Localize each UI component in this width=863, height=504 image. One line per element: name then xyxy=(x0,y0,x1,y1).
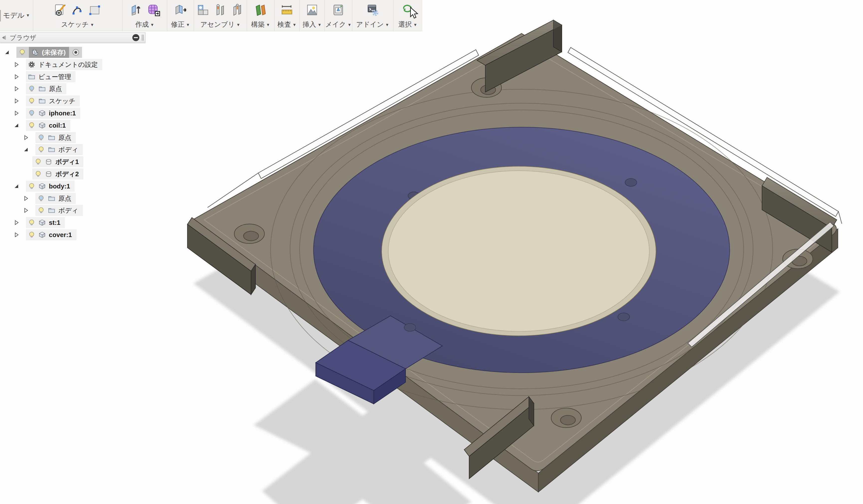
collapse-panel-bar xyxy=(5,36,6,40)
visibility-bulb-icon[interactable] xyxy=(37,195,45,202)
as-built-joint-icon[interactable] xyxy=(231,3,245,17)
visibility-bulb-icon[interactable] xyxy=(28,85,35,92)
folder-icon xyxy=(48,146,55,153)
assembly-menu[interactable]: アセンブリ▼ xyxy=(200,21,240,29)
tree-row[interactable]: 原点 xyxy=(0,193,76,204)
group-inspect: 検査▼ xyxy=(274,0,300,31)
3d-model xyxy=(0,0,863,504)
tree-row[interactable]: body:1 xyxy=(0,181,75,192)
component-icon xyxy=(38,231,46,239)
tree-row-root[interactable]: (未保存) xyxy=(0,47,82,58)
expand-toggle-icon[interactable] xyxy=(13,219,20,226)
visibility-bulb-icon[interactable] xyxy=(28,182,35,190)
form-icon[interactable] xyxy=(147,3,161,17)
expand-toggle-icon[interactable] xyxy=(4,49,10,55)
tree-row[interactable]: ボディ1 xyxy=(0,156,83,167)
measure-icon[interactable] xyxy=(280,3,294,17)
sketch-menu[interactable]: スケッチ▼ xyxy=(61,21,94,29)
expand-toggle-icon[interactable] xyxy=(23,135,29,141)
folder-icon xyxy=(48,207,55,214)
create-menu[interactable]: 作成▼ xyxy=(135,21,154,29)
visibility-bulb-icon[interactable] xyxy=(34,170,42,178)
visibility-bulb-icon[interactable] xyxy=(28,122,35,129)
expand-toggle-icon[interactable] xyxy=(23,147,29,153)
expand-toggle-icon[interactable] xyxy=(13,62,20,67)
rectangle-icon[interactable] xyxy=(88,3,102,17)
expand-toggle-icon[interactable] xyxy=(13,74,20,80)
construction-plane-icon[interactable] xyxy=(254,3,268,17)
inspect-menu[interactable]: 検査▼ xyxy=(277,21,296,29)
select-menu[interactable]: 選択▼ xyxy=(398,21,417,29)
body-icon xyxy=(45,158,52,165)
ground-icon[interactable] xyxy=(72,49,79,56)
browser-title: ブラウザ xyxy=(10,34,133,42)
expand-toggle-icon[interactable] xyxy=(13,122,20,128)
expand-toggle-icon[interactable] xyxy=(13,232,20,238)
group-sketch: スケッチ▼ xyxy=(33,0,122,31)
resize-grip-icon[interactable] xyxy=(142,35,143,41)
visibility-bulb-icon[interactable] xyxy=(18,49,26,56)
visibility-bulb-icon[interactable] xyxy=(28,97,35,105)
tree-row[interactable]: ドキュメントの設定 xyxy=(0,59,102,70)
create-sketch-icon[interactable] xyxy=(53,3,67,17)
extrude-icon[interactable] xyxy=(129,3,143,17)
new-component-icon[interactable] xyxy=(196,3,210,17)
scripts-addins-icon[interactable] xyxy=(366,3,380,17)
component-icon xyxy=(38,110,46,117)
visibility-bulb-icon[interactable] xyxy=(37,207,45,214)
component-icon xyxy=(38,182,46,190)
visibility-bulb-icon[interactable] xyxy=(28,231,35,239)
tree-row[interactable]: cover:1 xyxy=(0,229,76,240)
tree-row[interactable]: スケッチ xyxy=(0,96,80,106)
folder-icon xyxy=(28,73,35,80)
make-menu[interactable]: メイク▼ xyxy=(325,21,351,29)
3d-print-icon[interactable] xyxy=(331,3,345,17)
collapse-panel-icon[interactable] xyxy=(2,36,5,39)
tree-row[interactable]: 原点 xyxy=(0,132,76,143)
component-root-icon xyxy=(32,49,39,56)
expand-toggle-icon[interactable] xyxy=(13,98,20,104)
folder-icon xyxy=(48,134,55,141)
tree-row[interactable]: st:1 xyxy=(0,217,65,228)
gear-icon xyxy=(28,61,35,68)
tree-row[interactable]: 原点 xyxy=(0,83,66,94)
panel-edge xyxy=(0,10,1,22)
press-pull-icon[interactable] xyxy=(174,3,187,17)
tree-row[interactable]: ビュー管理 xyxy=(0,71,76,82)
addins-menu[interactable]: アドイン▼ xyxy=(356,21,389,29)
expand-toggle-icon[interactable] xyxy=(13,86,20,92)
insert-image-icon[interactable] xyxy=(305,3,319,17)
component-icon xyxy=(38,122,46,129)
visibility-bulb-icon[interactable] xyxy=(28,110,35,117)
visibility-bulb-icon[interactable] xyxy=(37,146,45,153)
spline-icon[interactable] xyxy=(71,3,85,17)
tree-row[interactable]: iphone:1 xyxy=(0,108,80,119)
folder-icon xyxy=(38,85,46,92)
tree-row[interactable]: ボディ xyxy=(0,205,83,216)
expand-toggle-icon[interactable] xyxy=(23,196,29,201)
workspace-menu[interactable]: モデル▼ xyxy=(0,0,33,31)
modify-menu[interactable]: 修正▼ xyxy=(171,21,190,29)
visibility-bulb-icon[interactable] xyxy=(28,219,35,226)
tree-row[interactable]: coil:1 xyxy=(0,120,70,131)
tree-row[interactable]: ボディ xyxy=(0,144,83,155)
screw-hole xyxy=(234,224,264,243)
chevron-down-icon: ▼ xyxy=(26,13,30,18)
expand-toggle-icon[interactable] xyxy=(13,110,20,116)
expand-toggle-icon[interactable] xyxy=(13,183,20,189)
expand-toggle-icon[interactable] xyxy=(23,207,29,213)
construct-menu[interactable]: 構築▼ xyxy=(251,21,270,29)
insert-menu[interactable]: 挿入▼ xyxy=(303,21,322,29)
viewport-canvas[interactable] xyxy=(0,0,863,504)
visibility-bulb-icon[interactable] xyxy=(34,158,42,165)
ribbon-toolbar: モデル▼ スケッチ▼ xyxy=(0,0,422,31)
display-mode-icon[interactable] xyxy=(133,34,139,41)
joint-icon[interactable] xyxy=(213,3,227,17)
group-assembly: アセンブリ▼ xyxy=(194,0,247,31)
mouse-cursor xyxy=(409,7,420,20)
tree-row[interactable]: ボディ2 xyxy=(0,168,83,179)
selected-item[interactable]: (未保存) xyxy=(29,47,69,58)
visibility-bulb-icon[interactable] xyxy=(37,134,45,141)
group-make: メイク▼ xyxy=(325,0,352,31)
screw-hole xyxy=(551,408,581,428)
